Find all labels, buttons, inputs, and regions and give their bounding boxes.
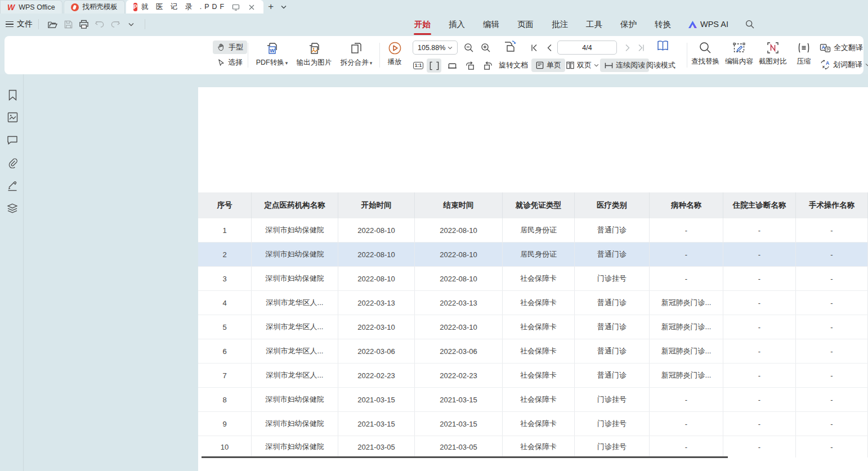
wps-ai-logo-icon bbox=[688, 21, 697, 28]
table-cell: 普通门诊 bbox=[575, 291, 650, 315]
ribbon-toolbar: 手型 选择 W PDF转换▾ bbox=[5, 36, 863, 74]
menu-tab-convert[interactable]: 转换 bbox=[654, 18, 672, 31]
file-menu-button[interactable]: 文件 bbox=[6, 19, 33, 29]
divider bbox=[145, 19, 145, 29]
menu-tab-edit[interactable]: 编辑 bbox=[482, 18, 500, 31]
thumbnail-icon[interactable] bbox=[6, 110, 19, 124]
menu-tab-tools[interactable]: 工具 bbox=[585, 18, 603, 31]
page-number-input[interactable]: 4/4 bbox=[557, 41, 617, 55]
comment-icon[interactable] bbox=[6, 133, 19, 147]
play-icon bbox=[388, 41, 402, 55]
zoom-out-button[interactable] bbox=[462, 41, 476, 55]
quick-access-chevron-icon[interactable] bbox=[124, 17, 138, 31]
full-translate-button[interactable]: A 全文翻译 bbox=[820, 43, 863, 53]
rotate-document-button[interactable]: 旋转文档 bbox=[499, 60, 528, 70]
table-cell: 3 bbox=[198, 267, 252, 290]
table-cell: 4 bbox=[198, 291, 252, 315]
cursor-icon bbox=[217, 59, 225, 67]
swap-pages-button[interactable] bbox=[501, 39, 519, 53]
menu-tab-annotate[interactable]: 批注 bbox=[551, 18, 569, 31]
tab-wps-home[interactable]: W WPS Office bbox=[0, 0, 62, 14]
previous-page-button[interactable] bbox=[542, 41, 556, 55]
menu-tab-strip: 开始 插入 编辑 页面 批注 工具 保护 转换 WPS AI bbox=[414, 14, 758, 35]
table-cell: - bbox=[650, 436, 723, 457]
bookmark-icon[interactable] bbox=[6, 88, 19, 102]
new-tab-button[interactable]: + bbox=[263, 0, 278, 14]
rotate-right-button[interactable] bbox=[481, 59, 495, 73]
read-mode-button[interactable]: 阅读模式 bbox=[646, 60, 675, 70]
word-translate-button[interactable]: x A 划词翻译 bbox=[820, 60, 868, 70]
table-cell: 2022-03-06 bbox=[415, 339, 503, 363]
table-row: 2深圳市妇幼保健院2022-08-102022-08-10居民身份证普通门诊--… bbox=[198, 243, 868, 267]
table-cell: 深圳市妇幼保健院 bbox=[252, 436, 338, 457]
table-cell: 2021-03-15 bbox=[415, 388, 503, 411]
table-cell: 2022-08-10 bbox=[415, 243, 503, 266]
table-cell: 深圳市妇幼保健院 bbox=[252, 388, 338, 411]
full-translate-icon: A bbox=[820, 43, 831, 53]
save-button[interactable] bbox=[61, 17, 75, 31]
export-image-button[interactable]: 输出为图片 bbox=[293, 41, 335, 68]
screenshot-compare-button[interactable]: 截图对比 bbox=[757, 41, 789, 66]
zoom-level-select[interactable]: 105.88% bbox=[413, 41, 458, 55]
screenshot-compare-icon bbox=[766, 41, 780, 55]
print-button[interactable] bbox=[77, 17, 91, 31]
fit-width-button[interactable] bbox=[427, 59, 441, 73]
continuous-read-button[interactable]: 连续阅读 bbox=[600, 59, 649, 72]
read-mode-icon[interactable] bbox=[653, 39, 672, 53]
select-tool-button[interactable]: 选择 bbox=[213, 56, 247, 69]
table-header-cell: 序号 bbox=[198, 192, 252, 218]
table-cell: - bbox=[723, 412, 796, 436]
table-cell: 深圳市龙华区人... bbox=[252, 291, 338, 315]
continuous-read-icon bbox=[604, 61, 614, 70]
open-file-button[interactable] bbox=[46, 17, 59, 31]
single-page-button[interactable]: 单页 bbox=[531, 59, 565, 72]
enter-workspace-icon[interactable] bbox=[231, 2, 241, 12]
signature-icon[interactable] bbox=[6, 179, 19, 192]
redo-button[interactable] bbox=[109, 17, 122, 31]
table-cell: 2022-03-10 bbox=[338, 315, 415, 339]
table-row: 10深圳市妇幼保健院2021-03-052021-03-05社会保障卡门诊挂号-… bbox=[198, 436, 868, 457]
last-page-button[interactable] bbox=[634, 41, 648, 55]
table-cell: - bbox=[650, 243, 723, 266]
menu-tab-protect[interactable]: 保护 bbox=[620, 18, 637, 31]
table-cell: 门诊挂号 bbox=[575, 436, 650, 457]
menu-tab-page[interactable]: 页面 bbox=[517, 18, 534, 31]
word-translate-icon: x A bbox=[820, 60, 830, 70]
first-page-button[interactable] bbox=[527, 41, 542, 55]
table-cell: 社会保障卡 bbox=[503, 412, 575, 436]
table-cell: 8 bbox=[198, 388, 252, 411]
compress-button[interactable]: 压缩 bbox=[791, 41, 816, 66]
tab-list-chevron-icon[interactable] bbox=[278, 0, 289, 14]
edit-content-button[interactable]: 编辑内容 bbox=[723, 41, 755, 66]
pdf-convert-button[interactable]: W PDF转换▾ bbox=[252, 41, 292, 68]
close-tab-icon[interactable] bbox=[247, 2, 257, 12]
tab-document-pdf[interactable]: P 就 医 记 录 .PDF bbox=[126, 0, 263, 14]
table-cell: - bbox=[723, 243, 796, 266]
next-page-button[interactable] bbox=[620, 41, 635, 55]
actual-size-button[interactable]: 1:1 bbox=[411, 59, 426, 73]
table-cell: 普通门诊 bbox=[575, 339, 650, 363]
undo-button[interactable] bbox=[93, 17, 106, 31]
table-cell: - bbox=[650, 267, 723, 290]
rotate-left-button[interactable] bbox=[463, 59, 477, 73]
fit-page-button[interactable] bbox=[445, 59, 459, 73]
search-icon[interactable] bbox=[743, 17, 757, 31]
menu-tab-wps-ai[interactable]: WPS AI bbox=[688, 20, 728, 29]
find-replace-button[interactable]: 查找替换 bbox=[689, 41, 722, 66]
split-merge-button[interactable]: 拆分合并▾ bbox=[337, 41, 376, 68]
layers-icon[interactable] bbox=[6, 201, 19, 215]
table-cell: 6 bbox=[198, 339, 252, 363]
table-cell: 门诊挂号 bbox=[575, 267, 650, 290]
tab-docer-templates[interactable]: 找稻壳模板 bbox=[64, 0, 126, 14]
menu-tab-home[interactable]: 开始 bbox=[414, 18, 431, 31]
play-button[interactable]: 播放 bbox=[383, 41, 406, 67]
menu-tab-insert[interactable]: 插入 bbox=[448, 18, 466, 31]
table-bottom-scrollbar[interactable] bbox=[202, 456, 728, 458]
table-cell: - bbox=[796, 267, 868, 290]
double-page-button[interactable]: 双页 bbox=[566, 60, 599, 70]
hand-tool-button[interactable]: 手型 bbox=[213, 41, 247, 54]
attachment-icon[interactable] bbox=[6, 156, 19, 169]
table-header-cell: 定点医药机构名称 bbox=[252, 192, 338, 218]
table-cell: 新冠肺炎门诊... bbox=[650, 339, 723, 363]
zoom-in-button[interactable] bbox=[478, 41, 493, 55]
